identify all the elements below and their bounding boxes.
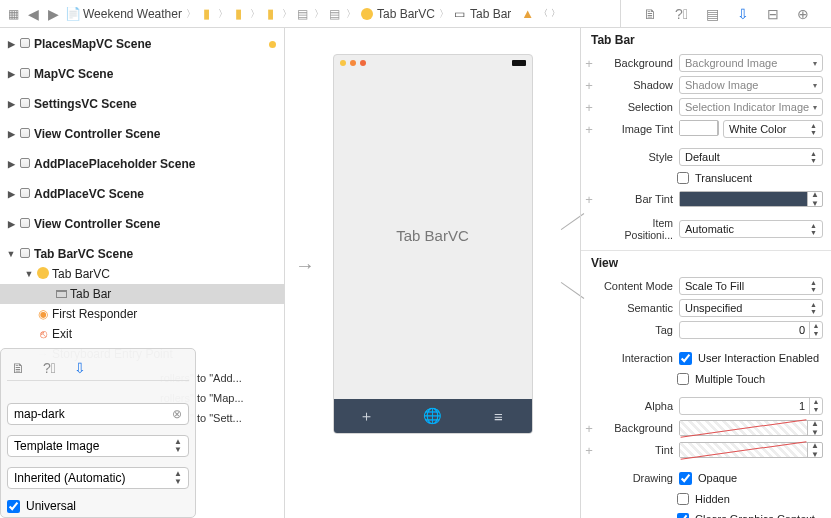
trait-select[interactable]: Inherited (Automatic) ▲▼ <box>7 467 189 489</box>
style-select[interactable]: Default▲▼ <box>679 148 823 166</box>
semantic-select[interactable]: Unspecified▲▼ <box>679 299 823 317</box>
tabbar-object-icon: ▭ <box>453 7 467 21</box>
tabbarvc-icon <box>37 267 49 279</box>
scene-row[interactable]: ▶View Controller Scene <box>0 214 284 234</box>
view-tint-colorwell[interactable]: ▲▼ <box>679 442 823 458</box>
clear-icon[interactable]: ⊗ <box>172 407 182 421</box>
jump-bar[interactable]: 📄Weekend Weather 〉 ▮〉 ▮〉 ▮〉 ▤〉 ▤〉 Tab Ba… <box>66 7 511 21</box>
image-tint-select[interactable]: White Color▲▼ <box>723 120 823 138</box>
attributes-inspector-icon[interactable]: ⇩ <box>737 6 749 22</box>
storyboard-scene-icon: ▤ <box>328 7 342 21</box>
bartint-colorwell[interactable]: ▲▼ <box>679 191 823 207</box>
interface-builder-canvas[interactable]: → Tab BarVC ＋ 🌐 ≡ <box>285 28 580 518</box>
hidden-checkbox[interactable]: Hidden <box>581 489 831 509</box>
uie-checkbox[interactable] <box>679 352 692 365</box>
scene-child-selected[interactable]: Tab Bar <box>0 284 284 304</box>
first-responder-icon <box>350 60 356 66</box>
add-icon[interactable]: + <box>581 100 597 115</box>
scene-row[interactable]: ▶MapVC Scene <box>0 64 284 84</box>
storyboard-file-icon: ▤ <box>296 7 310 21</box>
attributes-inspector-icon[interactable]: ⇩ <box>74 360 86 376</box>
tabbar-item-menu[interactable]: ≡ <box>466 399 532 433</box>
first-responder-icon: ◉ <box>34 307 52 321</box>
folder-icon: ▮ <box>264 7 278 21</box>
tabbarvc-icon <box>340 60 346 66</box>
document-outline: ▶PlacesMapVC Scene ▶MapVC Scene ▶Setting… <box>0 28 285 518</box>
crumb-project: Weekend Weather <box>83 7 182 21</box>
scene-title: Tab BarVC <box>396 227 469 244</box>
help-inspector-icon[interactable]: ?⃝ <box>675 6 688 22</box>
image-tint-colorwell[interactable] <box>679 120 719 136</box>
add-icon[interactable]: + <box>581 122 597 137</box>
identity-inspector-icon[interactable]: ▤ <box>706 6 719 22</box>
tabbar-item-globe[interactable]: 🌐 <box>400 399 466 433</box>
help-inspector-icon[interactable]: ?⃝ <box>43 360 56 376</box>
render-mode-select[interactable]: Template Image ▲▼ <box>7 435 189 457</box>
section-header: View <box>581 251 831 275</box>
scene-row[interactable]: ▶SettingsVC Scene <box>0 94 284 114</box>
folder-icon: ▮ <box>232 7 246 21</box>
attributes-inspector: Tab Bar +Background Background Image▾ +S… <box>580 28 831 518</box>
asset-search-field[interactable]: map-dark ⊗ <box>7 403 189 425</box>
issue-jump[interactable]: ▲ 〈 〉 <box>511 6 569 21</box>
section-header: Tab Bar <box>581 28 831 52</box>
crumb-tabbar: Tab Bar <box>470 7 511 21</box>
scene-child[interactable]: ⎋Exit <box>0 324 284 344</box>
tabbarvc-icon <box>361 8 373 20</box>
multipletouch-checkbox[interactable]: Multiple Touch <box>581 369 831 389</box>
scene-row[interactable]: ▶AddPlaceVC Scene <box>0 184 284 204</box>
related-items-icon[interactable]: ▦ <box>6 7 20 21</box>
file-inspector-icon[interactable]: 🗎 <box>643 6 657 22</box>
swift-file-icon: 📄 <box>66 7 80 21</box>
crumb-tabbarvc: Tab BarVC <box>377 7 435 21</box>
add-icon[interactable]: + <box>581 56 597 71</box>
view-background-colorwell[interactable]: ▲▼ <box>679 420 823 436</box>
scene-body: Tab BarVC <box>334 71 532 399</box>
file-inspector-icon[interactable]: 🗎 <box>11 360 25 376</box>
alpha-field[interactable]: 1▲▼ <box>679 397 823 415</box>
add-icon[interactable]: + <box>581 421 597 436</box>
add-icon[interactable]: + <box>581 443 597 458</box>
tabbar-object-icon <box>56 290 67 298</box>
scene-child[interactable]: ◉First Responder <box>0 304 284 324</box>
media-library-panel: 🗎 ?⃝ ⇩ map-dark ⊗ Template Image ▲▼ Inhe… <box>0 348 196 518</box>
scene-row[interactable]: ▶View Controller Scene <box>0 124 284 144</box>
breadcrumb-bar: ▦ ◀ ▶ 📄Weekend Weather 〉 ▮〉 ▮〉 ▮〉 ▤〉 ▤〉 … <box>0 0 831 28</box>
scene-child[interactable]: ▼Tab BarVC <box>0 264 284 284</box>
scene-titlebar <box>334 55 532 71</box>
opaque-checkbox[interactable] <box>679 472 692 485</box>
universal-checkbox[interactable]: Universal <box>7 499 189 513</box>
search-value: map-dark <box>14 407 65 421</box>
add-icon[interactable]: + <box>581 192 597 207</box>
item-positioning-select[interactable]: Automatic▲▼ <box>679 220 823 238</box>
warning-icon: ▲ <box>521 6 534 21</box>
inspector-tabs: 🗎 ?⃝ ▤ ⇩ ⊟ ⊕ <box>620 0 831 27</box>
simulated-device[interactable]: Tab BarVC ＋ 🌐 ≡ <box>333 54 533 434</box>
size-inspector-icon[interactable]: ⊟ <box>767 6 779 22</box>
content-mode-select[interactable]: Scale To Fill▲▼ <box>679 277 823 295</box>
translucent-checkbox[interactable]: Translucent <box>581 168 831 188</box>
segue-entry-icon: → <box>295 254 315 277</box>
simulated-tabbar[interactable]: ＋ 🌐 ≡ <box>334 399 532 433</box>
nav-fwd-icon[interactable]: ▶ <box>46 7 60 21</box>
background-image-select[interactable]: Background Image▾ <box>679 54 823 72</box>
exit-icon: ⎋ <box>34 327 52 341</box>
folder-icon: ▮ <box>200 7 214 21</box>
warning-dot-icon <box>269 41 276 48</box>
scene-row[interactable]: ▶AddPlacePlaceholder Scene <box>0 154 284 174</box>
exit-icon <box>360 60 366 66</box>
tabbar-item-add[interactable]: ＋ <box>334 399 400 433</box>
scene-row[interactable]: ▼Tab BarVC Scene <box>0 244 284 264</box>
tag-field[interactable]: 0▲▼ <box>679 321 823 339</box>
shadow-image-select[interactable]: Shadow Image▾ <box>679 76 823 94</box>
connections-inspector-icon[interactable]: ⊕ <box>797 6 809 22</box>
render-value: Template Image <box>14 439 99 453</box>
selection-image-select[interactable]: Selection Indicator Image▾ <box>679 98 823 116</box>
battery-icon <box>512 60 526 66</box>
trait-value: Inherited (Automatic) <box>14 471 125 485</box>
scene-row[interactable]: ▶PlacesMapVC Scene <box>0 34 284 54</box>
clears-graphics-checkbox[interactable]: Clears Graphics Context <box>581 509 831 518</box>
nav-back-icon[interactable]: ◀ <box>26 7 40 21</box>
add-icon[interactable]: + <box>581 78 597 93</box>
